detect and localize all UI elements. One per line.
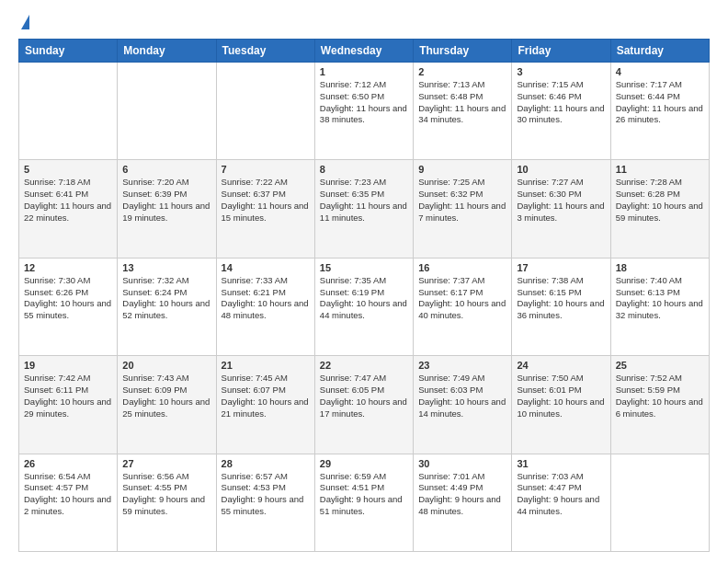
- day-info: Sunrise: 7:45 AM Sunset: 6:07 PM Dayligh…: [222, 373, 310, 419]
- calendar-cell: 19Sunrise: 7:42 AM Sunset: 6:11 PM Dayli…: [19, 356, 118, 454]
- day-number: 19: [24, 360, 112, 371]
- calendar-week-1: 5Sunrise: 7:18 AM Sunset: 6:41 PM Daylig…: [19, 160, 710, 258]
- day-number: 30: [418, 458, 506, 469]
- day-info: Sunrise: 7:22 AM Sunset: 6:37 PM Dayligh…: [222, 177, 310, 224]
- calendar-cell: 26Sunrise: 6:54 AM Sunset: 4:57 PM Dayli…: [19, 454, 118, 551]
- calendar-cell: 2Sunrise: 7:13 AM Sunset: 6:48 PM Daylig…: [414, 63, 512, 160]
- calendar-cell: 15Sunrise: 7:35 AM Sunset: 6:19 PM Dayli…: [314, 258, 413, 355]
- logo-triangle-icon: [21, 15, 29, 29]
- day-number: 15: [320, 262, 408, 273]
- calendar-week-2: 12Sunrise: 7:30 AM Sunset: 6:26 PM Dayli…: [19, 258, 710, 355]
- calendar-cell: 5Sunrise: 7:18 AM Sunset: 6:41 PM Daylig…: [19, 160, 118, 258]
- day-number: 28: [222, 458, 310, 469]
- header: [18, 15, 710, 29]
- calendar-cell: 28Sunrise: 6:57 AM Sunset: 4:53 PM Dayli…: [216, 454, 314, 551]
- calendar-cell: 23Sunrise: 7:49 AM Sunset: 6:03 PM Dayli…: [414, 356, 512, 454]
- day-info: Sunrise: 7:40 AM Sunset: 6:13 PM Dayligh…: [616, 275, 704, 322]
- day-info: Sunrise: 7:52 AM Sunset: 5:59 PM Dayligh…: [616, 373, 704, 419]
- day-info: Sunrise: 7:27 AM Sunset: 6:30 PM Dayligh…: [517, 177, 605, 224]
- day-info: Sunrise: 7:32 AM Sunset: 6:24 PM Dayligh…: [122, 275, 210, 322]
- header-monday: Monday: [118, 40, 216, 63]
- header-sunday: Sunday: [19, 40, 118, 63]
- day-info: Sunrise: 7:47 AM Sunset: 6:05 PM Dayligh…: [320, 373, 408, 419]
- day-info: Sunrise: 7:13 AM Sunset: 6:48 PM Dayligh…: [418, 79, 506, 126]
- calendar-cell: 9Sunrise: 7:25 AM Sunset: 6:32 PM Daylig…: [414, 160, 512, 258]
- day-info: Sunrise: 7:30 AM Sunset: 6:26 PM Dayligh…: [24, 275, 112, 322]
- day-info: Sunrise: 7:15 AM Sunset: 6:46 PM Dayligh…: [517, 79, 605, 126]
- day-number: 12: [24, 262, 112, 273]
- calendar-cell: 14Sunrise: 7:33 AM Sunset: 6:21 PM Dayli…: [216, 258, 314, 355]
- calendar-cell: 10Sunrise: 7:27 AM Sunset: 6:30 PM Dayli…: [512, 160, 610, 258]
- day-info: Sunrise: 7:17 AM Sunset: 6:44 PM Dayligh…: [616, 79, 704, 126]
- day-number: 1: [320, 66, 408, 77]
- day-number: 14: [222, 262, 310, 273]
- day-info: Sunrise: 7:37 AM Sunset: 6:17 PM Dayligh…: [418, 275, 506, 322]
- calendar-cell: [216, 63, 314, 160]
- day-info: Sunrise: 7:42 AM Sunset: 6:11 PM Dayligh…: [24, 373, 112, 419]
- calendar-cell: 30Sunrise: 7:01 AM Sunset: 4:49 PM Dayli…: [414, 454, 512, 551]
- day-number: 6: [122, 164, 210, 175]
- day-number: 27: [122, 458, 210, 469]
- calendar-cell: 22Sunrise: 7:47 AM Sunset: 6:05 PM Dayli…: [314, 356, 413, 454]
- day-info: Sunrise: 7:20 AM Sunset: 6:39 PM Dayligh…: [122, 177, 210, 224]
- day-info: Sunrise: 7:18 AM Sunset: 6:41 PM Dayligh…: [24, 177, 112, 224]
- day-number: 7: [222, 164, 310, 175]
- header-tuesday: Tuesday: [216, 40, 314, 63]
- day-number: 5: [24, 164, 112, 175]
- day-info: Sunrise: 6:57 AM Sunset: 4:53 PM Dayligh…: [222, 471, 310, 518]
- calendar-cell: 6Sunrise: 7:20 AM Sunset: 6:39 PM Daylig…: [118, 160, 216, 258]
- header-saturday: Saturday: [610, 40, 709, 63]
- day-number: 9: [418, 164, 506, 175]
- day-info: Sunrise: 7:01 AM Sunset: 4:49 PM Dayligh…: [418, 471, 506, 518]
- logo: [18, 15, 29, 29]
- header-thursday: Thursday: [414, 40, 512, 63]
- calendar-cell: [610, 454, 709, 551]
- calendar-cell: 4Sunrise: 7:17 AM Sunset: 6:44 PM Daylig…: [610, 63, 709, 160]
- day-number: 23: [418, 360, 506, 371]
- day-number: 2: [418, 66, 506, 77]
- day-info: Sunrise: 7:03 AM Sunset: 4:47 PM Dayligh…: [517, 471, 605, 518]
- header-wednesday: Wednesday: [314, 40, 413, 63]
- day-number: 13: [122, 262, 210, 273]
- calendar-cell: 29Sunrise: 6:59 AM Sunset: 4:51 PM Dayli…: [314, 454, 413, 551]
- calendar-cell: 27Sunrise: 6:56 AM Sunset: 4:55 PM Dayli…: [118, 454, 216, 551]
- calendar-cell: 20Sunrise: 7:43 AM Sunset: 6:09 PM Dayli…: [118, 356, 216, 454]
- day-info: Sunrise: 7:38 AM Sunset: 6:15 PM Dayligh…: [517, 275, 605, 322]
- day-number: 31: [517, 458, 605, 469]
- day-number: 20: [122, 360, 210, 371]
- day-number: 3: [517, 66, 605, 77]
- calendar-cell: 17Sunrise: 7:38 AM Sunset: 6:15 PM Dayli…: [512, 258, 610, 355]
- calendar-cell: [118, 63, 216, 160]
- day-info: Sunrise: 7:12 AM Sunset: 6:50 PM Dayligh…: [320, 79, 408, 126]
- day-number: 10: [517, 164, 605, 175]
- calendar-cell: 13Sunrise: 7:32 AM Sunset: 6:24 PM Dayli…: [118, 258, 216, 355]
- day-info: Sunrise: 6:54 AM Sunset: 4:57 PM Dayligh…: [24, 471, 112, 518]
- day-number: 17: [517, 262, 605, 273]
- day-info: Sunrise: 7:23 AM Sunset: 6:35 PM Dayligh…: [320, 177, 408, 224]
- page: SundayMondayTuesdayWednesdayThursdayFrid…: [0, 0, 728, 563]
- calendar-cell: 24Sunrise: 7:50 AM Sunset: 6:01 PM Dayli…: [512, 356, 610, 454]
- day-info: Sunrise: 7:28 AM Sunset: 6:28 PM Dayligh…: [616, 177, 704, 224]
- calendar-cell: 8Sunrise: 7:23 AM Sunset: 6:35 PM Daylig…: [314, 160, 413, 258]
- day-info: Sunrise: 7:25 AM Sunset: 6:32 PM Dayligh…: [418, 177, 506, 224]
- day-number: 24: [517, 360, 605, 371]
- calendar-week-0: 1Sunrise: 7:12 AM Sunset: 6:50 PM Daylig…: [19, 63, 710, 160]
- calendar-table: SundayMondayTuesdayWednesdayThursdayFrid…: [18, 39, 710, 552]
- day-info: Sunrise: 7:49 AM Sunset: 6:03 PM Dayligh…: [418, 373, 506, 419]
- day-number: 18: [616, 262, 704, 273]
- calendar-cell: 31Sunrise: 7:03 AM Sunset: 4:47 PM Dayli…: [512, 454, 610, 551]
- day-info: Sunrise: 7:43 AM Sunset: 6:09 PM Dayligh…: [122, 373, 210, 419]
- day-info: Sunrise: 6:56 AM Sunset: 4:55 PM Dayligh…: [122, 471, 210, 518]
- calendar-header-row: SundayMondayTuesdayWednesdayThursdayFrid…: [19, 40, 710, 63]
- day-info: Sunrise: 7:35 AM Sunset: 6:19 PM Dayligh…: [320, 275, 408, 322]
- day-info: Sunrise: 6:59 AM Sunset: 4:51 PM Dayligh…: [320, 471, 408, 518]
- day-number: 26: [24, 458, 112, 469]
- day-info: Sunrise: 7:33 AM Sunset: 6:21 PM Dayligh…: [222, 275, 310, 322]
- calendar-cell: [19, 63, 118, 160]
- day-number: 4: [616, 66, 704, 77]
- calendar-week-3: 19Sunrise: 7:42 AM Sunset: 6:11 PM Dayli…: [19, 356, 710, 454]
- calendar-cell: 16Sunrise: 7:37 AM Sunset: 6:17 PM Dayli…: [414, 258, 512, 355]
- day-number: 29: [320, 458, 408, 469]
- calendar-cell: 3Sunrise: 7:15 AM Sunset: 6:46 PM Daylig…: [512, 63, 610, 160]
- calendar-cell: 18Sunrise: 7:40 AM Sunset: 6:13 PM Dayli…: [610, 258, 709, 355]
